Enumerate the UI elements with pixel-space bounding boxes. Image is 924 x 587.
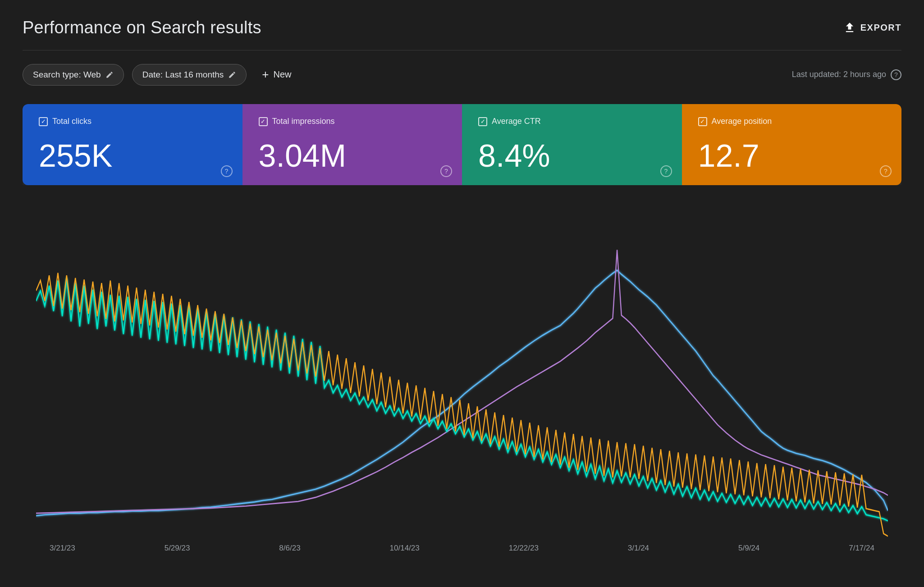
x-label-4: 12/22/23 [509,544,539,553]
metrics-cards: ✓ Total clicks 255K ? ✓ Total impression… [23,104,901,185]
position-label: Average position [712,117,772,126]
metric-card-clicks[interactable]: ✓ Total clicks 255K ? [23,104,242,185]
edit-icon-date [228,71,236,79]
metrics-and-chart: ✓ Total clicks 255K ? ✓ Total impression… [23,104,901,573]
export-button[interactable]: EXPORT [843,22,901,34]
header-divider [23,50,901,50]
edit-icon [105,71,114,79]
x-label-3: 10/14/23 [390,544,420,553]
cyan-line [36,278,888,521]
position-value: 12.7 [698,140,886,173]
x-label-0: 3/21/23 [50,544,75,553]
chart-area: 3/21/23 5/29/23 8/6/23 10/14/23 12/22/23… [23,185,901,573]
new-filter-button[interactable]: + New [255,63,298,86]
last-updated: Last updated: 2 hours ago ? [792,69,901,80]
ctr-label: Average CTR [492,117,541,126]
position-help-icon[interactable]: ? [880,165,892,177]
page-title: Performance on Search results [23,18,261,37]
x-label-2: 8/6/23 [279,544,300,553]
filters-bar: Search type: Web Date: Last 16 months + … [23,63,901,86]
performance-chart [36,199,888,546]
clicks-label: Total clicks [52,117,91,126]
ctr-value: 8.4% [478,140,666,173]
x-label-5: 3/1/24 [628,544,649,553]
clicks-checkbox[interactable]: ✓ [39,117,48,126]
impressions-label: Total impressions [272,117,335,126]
position-checkbox[interactable]: ✓ [698,117,707,126]
metric-card-position[interactable]: ✓ Average position 12.7 ? [682,104,902,185]
x-label-7: 7/17/24 [849,544,874,553]
metric-card-ctr[interactable]: ✓ Average CTR 8.4% ? [462,104,682,185]
impressions-checkbox[interactable]: ✓ [259,117,268,126]
export-icon [843,22,856,34]
clicks-value: 255K [39,140,226,173]
clicks-help-icon[interactable]: ? [221,165,233,177]
ctr-help-icon[interactable]: ? [660,165,672,177]
impressions-value: 3.04M [259,140,446,173]
impressions-help-icon[interactable]: ? [440,165,452,177]
search-type-filter[interactable]: Search type: Web [23,64,124,86]
plus-icon: + [262,68,269,82]
page-header: Performance on Search results EXPORT [23,18,901,37]
x-label-6: 5/9/24 [738,544,759,553]
ctr-checkbox[interactable]: ✓ [478,117,487,126]
purple-line [36,250,888,514]
last-updated-help-icon[interactable]: ? [891,69,901,80]
date-filter[interactable]: Date: Last 16 months [132,64,247,86]
x-label-1: 5/29/23 [165,544,190,553]
metric-card-impressions[interactable]: ✓ Total impressions 3.04M ? [242,104,462,185]
